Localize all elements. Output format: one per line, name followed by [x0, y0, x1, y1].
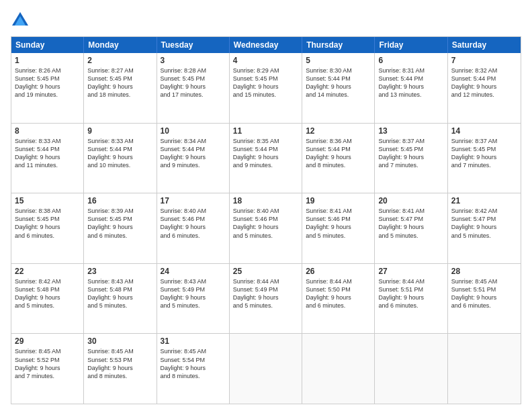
- day-number: 10: [161, 126, 226, 136]
- calendar-cell: 18Sunrise: 8:40 AM Sunset: 5:46 PM Dayli…: [230, 193, 302, 263]
- calendar-cell: 24Sunrise: 8:43 AM Sunset: 5:49 PM Dayli…: [157, 264, 230, 334]
- day-info: Sunrise: 8:44 AM Sunset: 5:49 PM Dayligh…: [233, 277, 298, 310]
- day-number: 23: [87, 267, 152, 276]
- calendar-cell: 15Sunrise: 8:38 AM Sunset: 5:45 PM Dayli…: [11, 193, 84, 263]
- day-info: Sunrise: 8:30 AM Sunset: 5:44 PM Dayligh…: [306, 66, 371, 99]
- calendar-cell: 1Sunrise: 8:26 AM Sunset: 5:45 PM Daylig…: [11, 53, 84, 123]
- calendar-cell: 14Sunrise: 8:37 AM Sunset: 5:45 PM Dayli…: [448, 124, 521, 193]
- day-info: Sunrise: 8:26 AM Sunset: 5:45 PM Dayligh…: [15, 66, 80, 99]
- calendar-row-3: 15Sunrise: 8:38 AM Sunset: 5:45 PM Dayli…: [11, 193, 521, 263]
- day-number: 20: [378, 196, 443, 205]
- day-info: Sunrise: 8:36 AM Sunset: 5:44 PM Dayligh…: [306, 137, 371, 170]
- calendar-cell: 4Sunrise: 8:29 AM Sunset: 5:45 PM Daylig…: [230, 53, 302, 123]
- day-number: 19: [306, 196, 371, 205]
- calendar-body: 1Sunrise: 8:26 AM Sunset: 5:45 PM Daylig…: [11, 53, 521, 404]
- day-number: 25: [233, 267, 298, 276]
- calendar-header: Sunday Monday Tuesday Wednesday Thursday…: [11, 37, 521, 53]
- header-thursday: Thursday: [302, 37, 375, 53]
- day-number: 29: [15, 336, 80, 346]
- day-number: 31: [161, 336, 226, 346]
- day-info: Sunrise: 8:28 AM Sunset: 5:45 PM Dayligh…: [161, 66, 226, 99]
- day-number: 8: [15, 126, 80, 136]
- calendar-cell: 20Sunrise: 8:41 AM Sunset: 5:47 PM Dayli…: [375, 193, 447, 263]
- calendar: Sunday Monday Tuesday Wednesday Thursday…: [11, 36, 521, 404]
- calendar-cell: 10Sunrise: 8:34 AM Sunset: 5:44 PM Dayli…: [157, 124, 230, 193]
- calendar-row-1: 1Sunrise: 8:26 AM Sunset: 5:45 PM Daylig…: [11, 53, 521, 123]
- day-info: Sunrise: 8:42 AM Sunset: 5:48 PM Dayligh…: [15, 277, 80, 310]
- calendar-cell: 28Sunrise: 8:45 AM Sunset: 5:51 PM Dayli…: [448, 264, 521, 334]
- header-friday: Friday: [375, 37, 447, 53]
- day-number: 9: [87, 126, 152, 136]
- header-monday: Monday: [84, 37, 157, 53]
- calendar-cell: 19Sunrise: 8:41 AM Sunset: 5:46 PM Dayli…: [302, 193, 375, 263]
- header-wednesday: Wednesday: [230, 37, 302, 53]
- calendar-cell: 25Sunrise: 8:44 AM Sunset: 5:49 PM Dayli…: [230, 264, 302, 334]
- calendar-cell: 30Sunrise: 8:45 AM Sunset: 5:53 PM Dayli…: [84, 334, 157, 404]
- day-info: Sunrise: 8:41 AM Sunset: 5:47 PM Dayligh…: [378, 207, 443, 240]
- page: Sunday Monday Tuesday Wednesday Thursday…: [0, 0, 532, 411]
- day-info: Sunrise: 8:35 AM Sunset: 5:44 PM Dayligh…: [233, 137, 298, 170]
- calendar-row-5: 29Sunrise: 8:45 AM Sunset: 5:52 PM Dayli…: [11, 333, 521, 404]
- day-number: 26: [306, 267, 371, 276]
- day-info: Sunrise: 8:33 AM Sunset: 5:44 PM Dayligh…: [87, 137, 152, 170]
- day-info: Sunrise: 8:37 AM Sunset: 5:45 PM Dayligh…: [451, 137, 517, 170]
- day-info: Sunrise: 8:37 AM Sunset: 5:45 PM Dayligh…: [378, 137, 443, 170]
- header-sunday: Sunday: [11, 37, 84, 53]
- day-info: Sunrise: 8:40 AM Sunset: 5:46 PM Dayligh…: [233, 207, 298, 240]
- calendar-cell: 12Sunrise: 8:36 AM Sunset: 5:44 PM Dayli…: [302, 124, 375, 193]
- day-number: 17: [161, 196, 226, 205]
- day-number: 28: [451, 267, 517, 276]
- day-number: 14: [451, 126, 517, 136]
- calendar-cell: [302, 334, 375, 404]
- day-info: Sunrise: 8:31 AM Sunset: 5:44 PM Dayligh…: [378, 66, 443, 99]
- calendar-cell: 6Sunrise: 8:31 AM Sunset: 5:44 PM Daylig…: [375, 53, 447, 123]
- day-info: Sunrise: 8:44 AM Sunset: 5:50 PM Dayligh…: [306, 277, 371, 310]
- calendar-cell: [448, 334, 521, 404]
- day-number: 1: [15, 56, 80, 65]
- calendar-cell: 3Sunrise: 8:28 AM Sunset: 5:45 PM Daylig…: [157, 53, 230, 123]
- day-info: Sunrise: 8:45 AM Sunset: 5:52 PM Dayligh…: [15, 347, 80, 380]
- header: [11, 11, 521, 30]
- calendar-cell: 7Sunrise: 8:32 AM Sunset: 5:44 PM Daylig…: [448, 53, 521, 123]
- calendar-cell: 29Sunrise: 8:45 AM Sunset: 5:52 PM Dayli…: [11, 334, 84, 404]
- day-info: Sunrise: 8:45 AM Sunset: 5:51 PM Dayligh…: [451, 277, 517, 310]
- logo-icon: [11, 11, 30, 30]
- day-info: Sunrise: 8:33 AM Sunset: 5:44 PM Dayligh…: [15, 137, 80, 170]
- calendar-cell: [230, 334, 302, 404]
- day-number: 24: [161, 267, 226, 276]
- calendar-cell: [375, 334, 447, 404]
- day-info: Sunrise: 8:38 AM Sunset: 5:45 PM Dayligh…: [15, 207, 80, 240]
- day-number: 21: [451, 196, 517, 205]
- day-number: 5: [306, 56, 371, 65]
- day-number: 16: [87, 196, 152, 205]
- calendar-cell: 8Sunrise: 8:33 AM Sunset: 5:44 PM Daylig…: [11, 124, 84, 193]
- day-number: 27: [378, 267, 443, 276]
- calendar-cell: 26Sunrise: 8:44 AM Sunset: 5:50 PM Dayli…: [302, 264, 375, 334]
- day-info: Sunrise: 8:29 AM Sunset: 5:45 PM Dayligh…: [233, 66, 298, 99]
- day-number: 3: [161, 56, 226, 65]
- day-info: Sunrise: 8:27 AM Sunset: 5:45 PM Dayligh…: [87, 66, 152, 99]
- day-info: Sunrise: 8:34 AM Sunset: 5:44 PM Dayligh…: [161, 137, 226, 170]
- calendar-cell: 13Sunrise: 8:37 AM Sunset: 5:45 PM Dayli…: [375, 124, 447, 193]
- calendar-cell: 11Sunrise: 8:35 AM Sunset: 5:44 PM Dayli…: [230, 124, 302, 193]
- day-info: Sunrise: 8:42 AM Sunset: 5:47 PM Dayligh…: [451, 207, 517, 240]
- calendar-cell: 5Sunrise: 8:30 AM Sunset: 5:44 PM Daylig…: [302, 53, 375, 123]
- day-number: 11: [233, 126, 298, 136]
- day-number: 7: [451, 56, 517, 65]
- day-info: Sunrise: 8:39 AM Sunset: 5:45 PM Dayligh…: [87, 207, 152, 240]
- day-number: 30: [87, 336, 152, 346]
- calendar-cell: 17Sunrise: 8:40 AM Sunset: 5:46 PM Dayli…: [157, 193, 230, 263]
- day-number: 15: [15, 196, 80, 205]
- logo: [11, 11, 32, 30]
- day-number: 2: [87, 56, 152, 65]
- day-number: 4: [233, 56, 298, 65]
- calendar-cell: 9Sunrise: 8:33 AM Sunset: 5:44 PM Daylig…: [84, 124, 157, 193]
- header-saturday: Saturday: [448, 37, 521, 53]
- calendar-cell: 23Sunrise: 8:43 AM Sunset: 5:48 PM Dayli…: [84, 264, 157, 334]
- day-number: 6: [378, 56, 443, 65]
- day-info: Sunrise: 8:44 AM Sunset: 5:51 PM Dayligh…: [378, 277, 443, 310]
- calendar-row-2: 8Sunrise: 8:33 AM Sunset: 5:44 PM Daylig…: [11, 123, 521, 193]
- header-tuesday: Tuesday: [157, 37, 230, 53]
- calendar-cell: 2Sunrise: 8:27 AM Sunset: 5:45 PM Daylig…: [84, 53, 157, 123]
- day-number: 18: [233, 196, 298, 205]
